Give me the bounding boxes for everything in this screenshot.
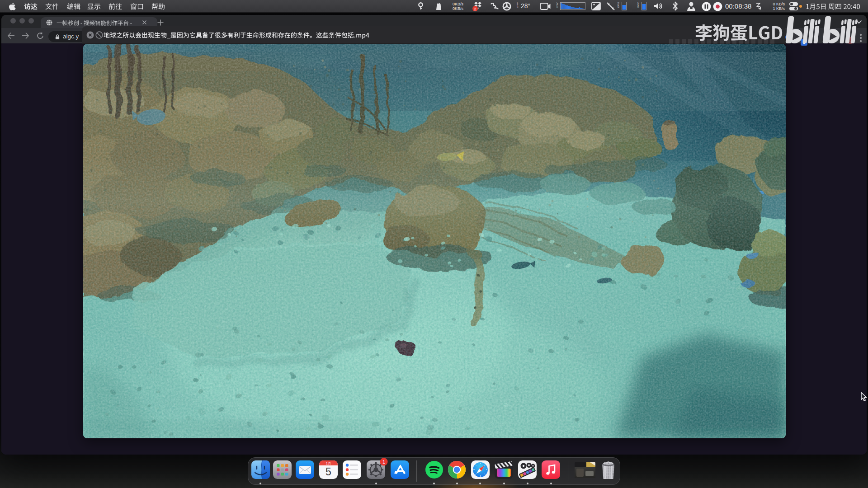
svg-text:1: 1 xyxy=(382,459,385,465)
svg-text:1月: 1月 xyxy=(326,462,331,465)
svg-text:2: 2 xyxy=(474,7,476,11)
svg-text:5: 5 xyxy=(326,466,331,478)
